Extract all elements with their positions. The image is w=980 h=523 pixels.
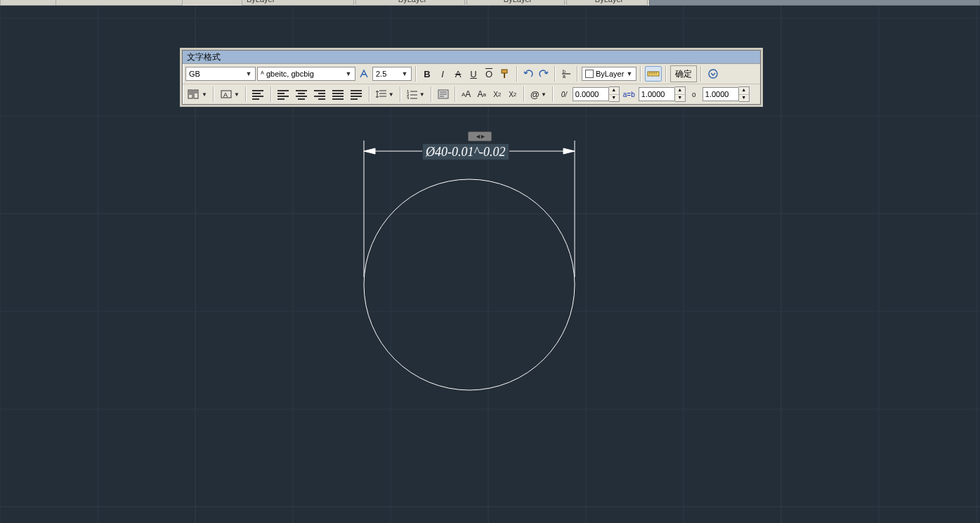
font-icon: ᴬ — [261, 70, 264, 79]
svg-text:a: a — [563, 74, 566, 79]
chevron-down-icon: ▼ — [244, 70, 254, 77]
width-factor-spinner[interactable]: ▲▼ — [703, 86, 750, 102]
svg-rect-22 — [502, 70, 507, 73]
columns-button[interactable]: ▼ — [185, 86, 209, 102]
strike-button[interactable]: A — [451, 66, 465, 82]
color-swatch-icon — [585, 70, 594, 78]
insert-field-button[interactable] — [436, 86, 451, 102]
chevron-down-icon: ▼ — [388, 91, 394, 98]
text-color-combo[interactable]: ByLayer▼ — [582, 67, 636, 81]
oblique-angle-label: 0/ — [557, 86, 571, 102]
superscript-button[interactable]: X2 — [490, 86, 504, 102]
mtext-justify-button[interactable]: A ▼ — [218, 86, 242, 102]
lowercase-button[interactable]: Aa — [475, 86, 489, 102]
diameter-dimension[interactable] — [364, 141, 575, 277]
underline-button[interactable]: U — [466, 66, 481, 82]
chevron-down-icon: ▼ — [400, 70, 410, 77]
circle-entity[interactable] — [364, 179, 575, 390]
width-input[interactable] — [703, 87, 739, 101]
spinner-arrows[interactable]: ▲▼ — [609, 86, 620, 102]
tracking-spinner[interactable]: ▲▼ — [639, 86, 686, 102]
oblique-angle-spinner[interactable]: ▲▼ — [573, 86, 620, 102]
align-right-button[interactable] — [312, 86, 329, 102]
chevron-down-icon: ▼ — [234, 91, 240, 98]
ruler-arrows-icon: ◄► — [475, 133, 485, 140]
line-spacing-button[interactable]: ▼ — [374, 86, 396, 102]
uppercase-button[interactable]: AA — [459, 86, 473, 102]
align-center-button[interactable] — [294, 86, 311, 102]
svg-marker-21 — [563, 148, 575, 154]
symbol-button[interactable]: @▼ — [528, 86, 549, 102]
lweight-combo[interactable]: ByLayer — [591, 0, 623, 4]
stack-fraction-button[interactable]: ba — [559, 66, 573, 82]
toolbar-row-2: ▼ A ▼ ▼ 123 ▼ AA — [183, 84, 760, 104]
align-left-button[interactable] — [275, 86, 292, 102]
svg-text:3: 3 — [407, 96, 410, 99]
chevron-down-icon: ▼ — [344, 70, 353, 77]
chevron-down-icon: ▼ — [541, 91, 547, 98]
mtext-ruler-tab[interactable]: ◄► — [468, 131, 492, 141]
paint-format-icon[interactable] — [497, 66, 513, 82]
color-combo[interactable]: ByLayer — [394, 0, 426, 4]
redo-button[interactable] — [537, 66, 551, 82]
paragraph-button[interactable] — [250, 86, 267, 102]
svg-text:b: b — [563, 69, 566, 74]
ruler-toggle-button[interactable] — [645, 66, 662, 82]
chevron-down-icon: ▼ — [202, 91, 207, 98]
font-combo[interactable]: ᴬ gbeitc, gbcbig▼ — [257, 67, 355, 81]
align-justify-button[interactable] — [330, 86, 347, 102]
oblique-input[interactable] — [573, 87, 609, 101]
svg-marker-20 — [364, 148, 375, 154]
tracking-input[interactable] — [639, 87, 675, 101]
annotative-icon[interactable] — [357, 66, 371, 82]
ok-button[interactable]: 确定 — [670, 65, 697, 82]
align-distribute-button[interactable] — [348, 86, 365, 102]
overline-button[interactable]: O — [482, 66, 496, 82]
width-factor-label: o — [687, 86, 701, 102]
text-height-combo[interactable]: 2.5▼ — [372, 67, 412, 81]
text-format-toolbar: 文字格式 GB▼ ᴬ gbeitc, gbcbig▼ 2.5▼ B I A U … — [182, 50, 761, 105]
svg-rect-27 — [648, 72, 659, 76]
bold-button[interactable]: B — [420, 66, 434, 82]
svg-point-32 — [709, 70, 717, 78]
options-button[interactable] — [705, 66, 721, 82]
spinner-arrows[interactable]: ▲▼ — [739, 86, 750, 102]
text-style-combo[interactable]: GB▼ — [185, 67, 256, 81]
toolbar-row-1: GB▼ ᴬ gbeitc, gbcbig▼ 2.5▼ B I A U O ba — [183, 64, 760, 84]
italic-button[interactable]: I — [436, 66, 450, 82]
spinner-arrows[interactable]: ▲▼ — [675, 86, 686, 102]
chevron-down-icon: ▼ — [419, 91, 425, 98]
toolbar-title: 文字格式 — [183, 51, 760, 64]
undo-button[interactable] — [521, 66, 535, 82]
chevron-down-icon: ▼ — [625, 70, 634, 77]
svg-rect-23 — [504, 73, 505, 78]
subscript-button[interactable]: X2 — [506, 86, 520, 102]
layer-combo[interactable]: ByLayer — [242, 0, 275, 4]
linetype-combo[interactable]: ByLayer — [499, 0, 532, 4]
dimension-text-editor[interactable]: Ø40-0.01^-0.02 — [422, 143, 509, 160]
svg-text:A: A — [223, 91, 228, 98]
tracking-label: a=b — [621, 86, 637, 102]
numbering-button[interactable]: 123 ▼ — [405, 86, 427, 102]
